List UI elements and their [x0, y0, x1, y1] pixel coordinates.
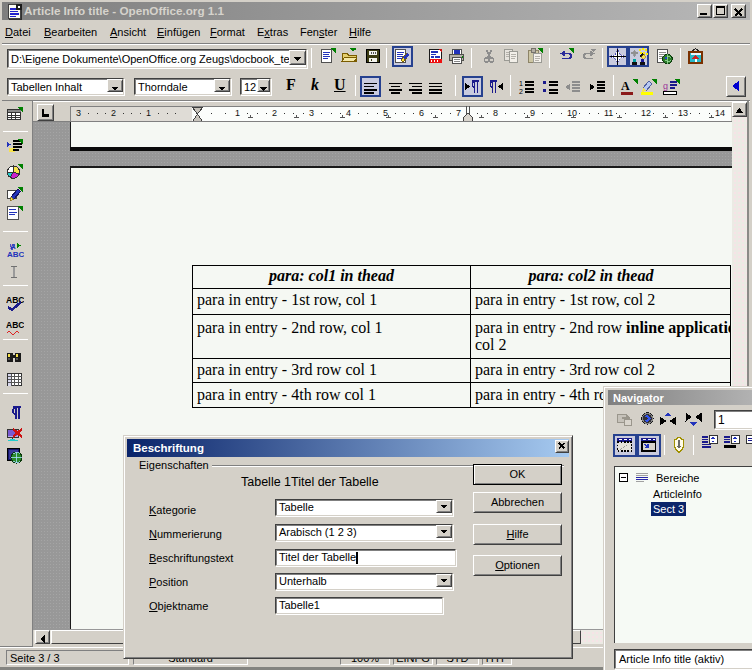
svg-text:g: g [663, 81, 668, 91]
svg-text:A: A [621, 79, 630, 93]
svg-text:ABC: ABC [6, 295, 24, 305]
svg-text:2: 2 [519, 88, 523, 95]
svg-text:ABC: ABC [6, 320, 24, 330]
svg-text:1: 1 [519, 80, 523, 87]
svg-text:ABC: ABC [7, 250, 24, 258]
